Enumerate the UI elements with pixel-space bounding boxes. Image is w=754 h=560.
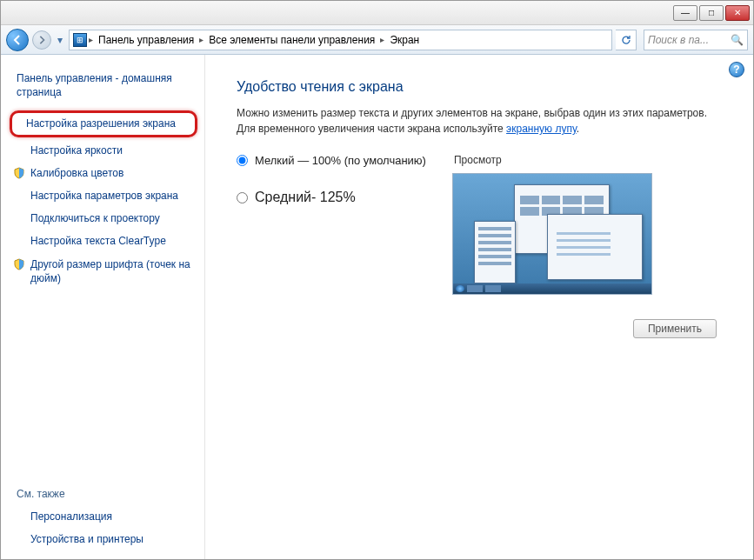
sidebar-item-resolution[interactable]: Настройка разрешения экрана	[10, 110, 197, 137]
see-also-personalization[interactable]: Персонализация	[13, 505, 194, 528]
search-placeholder: Поиск в па...	[648, 34, 709, 46]
see-also-devices-printers[interactable]: Устройства и принтеры	[13, 528, 194, 550]
preview-image	[452, 173, 652, 295]
control-panel-home-link[interactable]: Панель управления - домашняя страница	[13, 67, 194, 103]
breadcrumb-item[interactable]: Панель управления	[95, 34, 197, 46]
radio-label: Средний- 125%	[255, 190, 356, 205]
help-button[interactable]: ?	[729, 62, 744, 77]
back-button[interactable]	[6, 29, 29, 51]
desc-text-end: .	[577, 123, 579, 135]
page-description: Можно изменить размер текста и других эл…	[237, 105, 724, 137]
scale-options: Мелкий — 100% (по умолчанию) Средний- 12…	[237, 154, 426, 295]
desc-text: Можно изменить размер текста и других эл…	[237, 107, 707, 135]
window-titlebar: — □ ✕	[1, 1, 753, 25]
preview-window-icon	[547, 214, 643, 280]
sidebar-item-display-settings[interactable]: Настройка параметров экрана	[13, 184, 194, 207]
forward-button[interactable]	[32, 30, 51, 50]
breadcrumb[interactable]: ⊞ ▸ Панель управления ▸ Все элементы пан…	[69, 30, 612, 50]
sidebar-item-brightness[interactable]: Настройка яркости	[13, 139, 194, 162]
sidebar-item-label: Другой размер шрифта (точек на дюйм)	[30, 258, 190, 284]
arrow-right-icon	[37, 36, 46, 44]
preview-taskbar-icon	[453, 283, 651, 294]
sidebar-item-label: Калибровка цветов	[30, 167, 123, 179]
main-area: Панель управления - домашняя страница На…	[1, 55, 753, 559]
chevron-right-icon: ▸	[89, 35, 93, 44]
shield-icon	[13, 258, 25, 270]
scale-option-medium[interactable]: Средний- 125%	[237, 190, 426, 205]
arrow-left-icon	[12, 35, 23, 45]
sidebar-item-calibrate-colors[interactable]: Калибровка цветов	[13, 162, 194, 184]
control-panel-icon: ⊞	[73, 33, 87, 47]
search-icon: 🔍	[731, 34, 744, 46]
breadcrumb-item[interactable]: Все элементы панели управления	[205, 34, 378, 46]
radio-small[interactable]	[237, 155, 248, 166]
sidebar: Панель управления - домашняя страница На…	[1, 55, 205, 559]
apply-button[interactable]: Применить	[633, 319, 717, 338]
preview-label: Просмотр	[452, 154, 652, 166]
see-also-heading: См. также	[13, 484, 194, 505]
page-title: Удобство чтения с экрана	[237, 79, 724, 95]
radio-medium[interactable]	[237, 192, 248, 203]
sidebar-item-connect-projector[interactable]: Подключиться к проектору	[13, 207, 194, 230]
radio-label: Мелкий — 100% (по умолчанию)	[255, 154, 426, 167]
navigation-bar: ▾ ⊞ ▸ Панель управления ▸ Все элементы п…	[1, 25, 753, 55]
nav-history-dropdown[interactable]: ▾	[55, 34, 65, 46]
preview-window-icon	[474, 221, 516, 283]
refresh-icon	[621, 35, 631, 45]
refresh-button[interactable]	[616, 30, 637, 50]
close-button[interactable]: ✕	[725, 5, 750, 21]
chevron-right-icon: ▸	[380, 35, 384, 44]
sidebar-item-custom-dpi[interactable]: Другой размер шрифта (точек на дюйм)	[13, 253, 194, 290]
minimize-button[interactable]: —	[673, 5, 697, 21]
scale-option-small[interactable]: Мелкий — 100% (по умолчанию)	[237, 154, 426, 167]
preview-section: Просмотр	[452, 154, 652, 295]
magnifier-link[interactable]: экранную лупу	[506, 123, 577, 135]
see-also-section: См. также Персонализация Устройства и пр…	[13, 467, 194, 550]
shield-icon	[13, 167, 25, 179]
chevron-right-icon: ▸	[199, 35, 204, 44]
maximize-button[interactable]: □	[699, 5, 724, 21]
breadcrumb-item[interactable]: Экран	[386, 34, 423, 46]
search-input[interactable]: Поиск в па... 🔍	[644, 30, 748, 50]
sidebar-item-cleartype[interactable]: Настройка текста ClearType	[13, 230, 194, 252]
content-pane: ? Удобство чтения с экрана Можно изменит…	[205, 55, 753, 559]
